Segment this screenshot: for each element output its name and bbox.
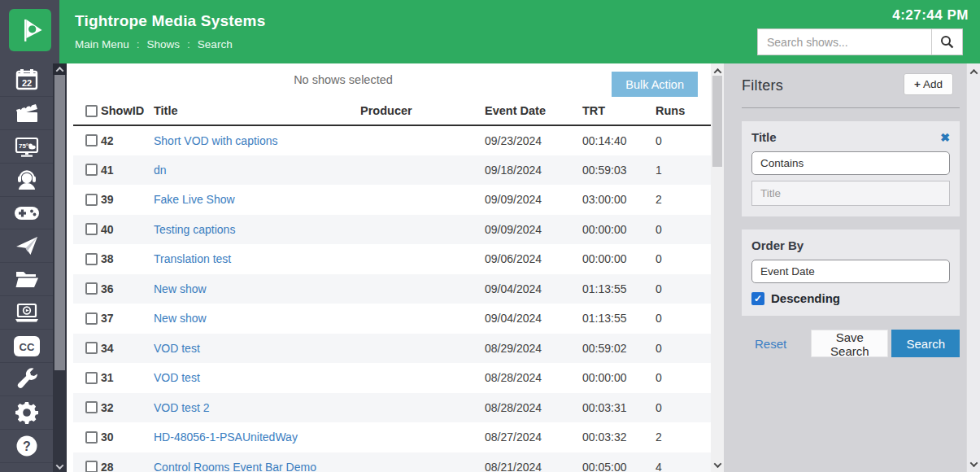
search-button[interactable]: Search (891, 330, 960, 357)
nav-settings[interactable] (0, 396, 53, 430)
order-by-select[interactable]: Event Date (751, 260, 950, 283)
descending-checkbox[interactable]: ✓ (751, 292, 764, 305)
search-submit-button[interactable] (931, 29, 962, 55)
table-scroll-thumb[interactable] (712, 76, 722, 167)
app-logo[interactable] (0, 0, 59, 63)
nav-screen-player[interactable] (0, 296, 53, 330)
table-cell: 34 (101, 334, 154, 364)
table-cell (360, 334, 485, 364)
table-cell: 08/27/2024 (485, 422, 582, 452)
show-title-link[interactable]: New show (154, 312, 207, 325)
page-title: Tightrope Media Systems (75, 0, 980, 30)
nav-forecast[interactable]: 75° (0, 130, 53, 164)
column-header-title[interactable]: Title (154, 98, 360, 125)
table-cell: 09/09/2024 (485, 185, 582, 215)
row-checkbox[interactable] (85, 461, 98, 472)
row-checkbox[interactable] (85, 253, 98, 265)
nav-tools[interactable] (0, 363, 53, 396)
row-checkbox[interactable] (85, 372, 98, 384)
panel-scroll-up-icon[interactable] (967, 66, 980, 77)
row-checkbox[interactable] (85, 312, 98, 325)
table-cell (360, 304, 485, 334)
table-scrollbar[interactable] (711, 63, 724, 472)
row-checkbox[interactable] (85, 282, 98, 295)
table-cell: 03:00:00 (582, 185, 656, 215)
breadcrumb-separator: : (137, 38, 140, 50)
row-checkbox[interactable] (85, 431, 98, 444)
row-checkbox[interactable] (85, 342, 98, 354)
panel-scrollbar[interactable] (966, 63, 980, 472)
breadcrumb-search[interactable]: Search (198, 38, 233, 50)
column-header-runs[interactable]: Runs (656, 98, 711, 125)
nav-help[interactable]: ? (0, 430, 53, 463)
search-input[interactable] (758, 29, 931, 55)
show-title-link[interactable]: VOD test (154, 371, 200, 384)
title-filter-input[interactable] (751, 181, 950, 206)
select-all-checkbox[interactable] (85, 105, 98, 117)
nav-media-files[interactable] (0, 263, 53, 296)
add-filter-button[interactable]: +Add (904, 73, 953, 95)
table-cell: 38 (101, 244, 154, 274)
table-cell (360, 422, 485, 452)
nav-support[interactable] (0, 164, 53, 197)
breadcrumb-main-menu[interactable]: Main Menu (75, 38, 129, 50)
show-title-link[interactable]: Fake Live Show (154, 193, 235, 206)
bulk-action-button[interactable]: Bulk Action (612, 72, 698, 97)
table-scroll-down-icon[interactable] (711, 459, 724, 470)
table-row: 34VOD test08/29/202400:59:020 (73, 334, 711, 364)
table-cell: 2 (656, 185, 711, 215)
table-cell: 41 (101, 155, 154, 186)
show-title-link[interactable]: Control Rooms Event Bar Demo (154, 461, 316, 472)
row-checkbox[interactable] (85, 223, 98, 235)
column-header-trt[interactable]: TRT (582, 98, 656, 125)
show-title-link[interactable]: dn (154, 164, 167, 177)
table-cell (360, 452, 485, 472)
plus-icon: + (914, 78, 921, 90)
table-row: 39Fake Live Show09/09/202403:00:002 (73, 185, 711, 215)
column-header-producer[interactable]: Producer (360, 98, 485, 125)
title-operator-select[interactable]: Contains (751, 151, 950, 175)
svg-text:?: ? (23, 439, 31, 452)
row-checkbox[interactable] (85, 401, 98, 413)
rail-scroll-down-icon[interactable] (53, 461, 67, 472)
show-title-link[interactable]: New show (154, 282, 207, 295)
breadcrumb-separator: : (187, 38, 190, 50)
rail-scroll-thumb[interactable] (54, 75, 65, 370)
table-cell: 00:05:00 (582, 452, 656, 472)
table-cell: 09/09/2024 (485, 215, 582, 245)
row-checkbox[interactable] (85, 164, 98, 176)
table-row: 30HD-48056-1-PSAUnitedWay08/27/202400:03… (73, 422, 711, 452)
panel-scroll-down-icon[interactable] (967, 458, 980, 470)
reset-link[interactable]: Reset (755, 337, 786, 351)
show-title-link[interactable]: Testing captions (154, 223, 235, 236)
save-search-button[interactable]: Save Search (811, 330, 888, 357)
row-checkbox[interactable] (85, 134, 98, 146)
breadcrumb-shows[interactable]: Shows (147, 38, 181, 50)
rail-scrollbar[interactable] (53, 63, 67, 472)
nav-more[interactable] (0, 463, 53, 472)
table-cell: 00:14:40 (582, 125, 656, 155)
rail-scroll-up-icon[interactable] (53, 63, 67, 75)
show-title-link[interactable]: Translation test (154, 252, 231, 265)
nav-shows[interactable] (0, 97, 53, 130)
show-title-link[interactable]: Short VOD with captions (154, 134, 278, 147)
show-title-link[interactable]: VOD test (154, 342, 200, 355)
wrench-icon (15, 367, 39, 391)
show-title-link[interactable]: HD-48056-1-PSAUnitedWay (154, 430, 298, 444)
table-scroll-up-icon[interactable] (711, 65, 724, 76)
table-row: 40Testing captions09/09/202400:00:000 (73, 215, 711, 245)
tv-weather-icon: 75° (14, 134, 40, 159)
row-checkbox[interactable] (85, 194, 98, 206)
nav-publish[interactable] (0, 229, 53, 263)
nav-interactive[interactable] (0, 197, 53, 230)
show-title-link[interactable]: VOD test 2 (154, 401, 209, 414)
table-cell: 0 (656, 274, 711, 304)
remove-filter-icon[interactable]: ✖ (940, 132, 950, 143)
nav-schedule[interactable]: 22 (0, 63, 53, 97)
table-row: 41dn09/18/202400:59:031 (73, 155, 711, 186)
table-cell: 0 (656, 363, 711, 393)
column-header-event-date[interactable]: Event Date (485, 98, 582, 125)
column-header-showid[interactable]: ShowID (101, 98, 154, 125)
nav-captions[interactable]: CC (0, 330, 53, 363)
table-cell: 01:13:55 (582, 274, 656, 304)
